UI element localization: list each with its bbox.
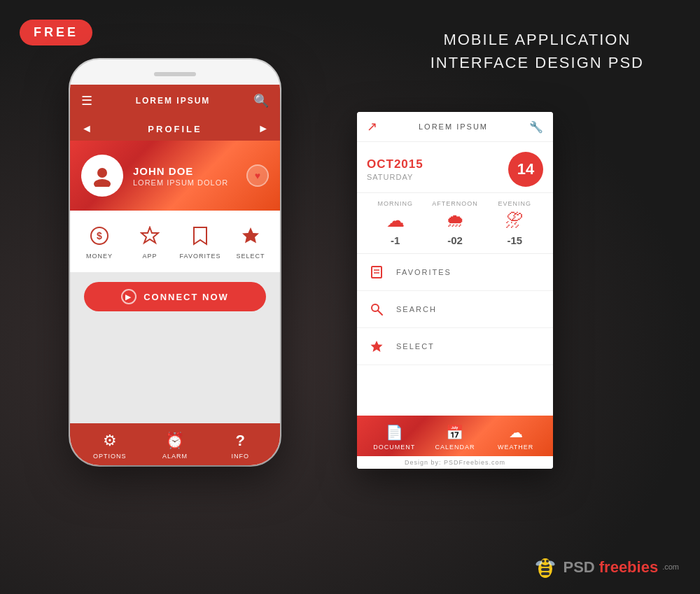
svg-line-18: [378, 311, 382, 315]
phone1-shell: ☰ LOREM IPSUM 🔍 ◄ PROFILE ► JO: [70, 59, 280, 465]
user-icon: [91, 164, 113, 187]
evening-label: EVENING: [498, 200, 532, 207]
phone1-menu-grid: $ MONEY APP FAVORITES: [70, 211, 280, 272]
day-number-circle: 14: [508, 152, 543, 187]
phone2-weather: MORNING ☁ -1 AFTERNOON 🌧 -02 EVENING ⛈ -…: [357, 192, 553, 254]
p2-favorites-icon: [367, 262, 386, 282]
design-by: Design by: PSDFreebies.com: [357, 456, 553, 469]
play-icon: ▶: [121, 289, 136, 304]
day-number: 14: [517, 160, 534, 178]
menu-label-select: SELECT: [236, 253, 265, 260]
phone1-bottom-nav: ⚙ OPTIONS ⏰ ALARM ? INFO: [70, 423, 280, 465]
menu-item-money[interactable]: $ MONEY: [77, 223, 122, 260]
svg-rect-3: [541, 572, 550, 575]
weather-icon: ☁: [509, 424, 523, 441]
p2-bottom-weather[interactable]: ☁ WEATHER: [485, 424, 546, 451]
menu-item-select[interactable]: SELECT: [228, 223, 273, 260]
menu-item-app[interactable]: APP: [127, 223, 172, 260]
phone1-nav-title: LOREM IPSUM: [136, 96, 211, 106]
connect-now-button[interactable]: ▶ CONNECT NOW: [84, 282, 266, 311]
psd-logo: PSDfreebies.com: [531, 553, 679, 581]
search-icon[interactable]: 🔍: [253, 93, 269, 108]
morning-temp: -1: [391, 234, 400, 246]
menu-item-favorites[interactable]: FAVORITES: [178, 223, 223, 260]
phone2-top-bar: ↗ LOREM IPSUM 🔧: [357, 112, 553, 142]
morning-label: MORNING: [377, 200, 413, 207]
menu-label-favorites: FAVORITES: [180, 253, 221, 260]
page-title: MOBILE APPLICATION INTERFACE DESIGN PSD: [430, 28, 644, 74]
phone1-profile-bar: ◄ PROFILE ►: [70, 117, 280, 141]
bottom-item-alarm[interactable]: ⏰ ALARM: [142, 432, 207, 460]
info-label: INFO: [232, 453, 250, 460]
page-title-line2: INTERFACE DESIGN PSD: [430, 51, 644, 74]
p2-menu-select[interactable]: SELECT: [357, 328, 553, 365]
spacer: [70, 321, 280, 423]
phone2-menu-list: FAVORITES SEARCH SELECT: [357, 254, 553, 416]
select-icon: [238, 223, 263, 248]
phone2-date-left: OCT2015 SATURDAY: [367, 157, 424, 181]
weather-evening: EVENING ⛈ -15: [486, 200, 543, 246]
document-label: DOCUMENT: [373, 444, 415, 451]
dotcom-text: .com: [662, 563, 679, 571]
calendar-label: CALENDAR: [435, 444, 475, 451]
app-icon: [137, 223, 162, 248]
p2-favorites-label: FAVORITES: [396, 268, 451, 276]
weather-label: WEATHER: [498, 444, 533, 451]
p2-menu-search[interactable]: SEARCH: [357, 291, 553, 328]
svg-point-7: [542, 560, 545, 563]
phone1-connect-section: ▶ CONNECT NOW: [70, 272, 280, 321]
afternoon-temp: -02: [447, 234, 463, 246]
alarm-label: ALARM: [162, 453, 188, 460]
afternoon-icon: 🌧: [446, 210, 464, 232]
phone1-speaker: [154, 72, 196, 76]
day-name: SATURDAY: [367, 173, 424, 181]
weather-morning: MORNING ☁ -1: [367, 200, 424, 246]
info-icon: ?: [236, 432, 245, 450]
profile-name: JOHN DOE: [133, 165, 228, 177]
phone2-date-section: OCT2015 SATURDAY 14: [357, 142, 553, 192]
p2-select-icon: [367, 337, 386, 356]
weather-afternoon: AFTERNOON 🌧 -02: [426, 200, 483, 246]
p2-select-label: SELECT: [396, 342, 435, 351]
back-arrow-icon[interactable]: ◄: [81, 122, 92, 135]
bottom-item-options[interactable]: ⚙ OPTIONS: [77, 432, 142, 460]
bee-icon: [531, 553, 559, 581]
p2-menu-favorites[interactable]: FAVORITES: [357, 254, 553, 291]
phone1-container: ☰ LOREM IPSUM 🔍 ◄ PROFILE ► JO: [70, 59, 280, 465]
profile-info: JOHN DOE LOREM IPSUM DOLOR: [133, 165, 228, 187]
afternoon-label: AFTERNOON: [432, 200, 478, 207]
calendar-icon: 📅: [446, 424, 463, 441]
evening-icon: ⛈: [505, 210, 524, 232]
month-year: OCT2015: [367, 157, 424, 171]
hamburger-icon[interactable]: ☰: [81, 93, 92, 108]
phone2-bottom-nav: 📄 DOCUMENT 📅 CALENDAR ☁ WEATHER: [357, 416, 553, 456]
svg-marker-19: [371, 341, 383, 352]
profile-bar-title: PROFILE: [148, 124, 202, 134]
p2-bottom-calendar[interactable]: 📅 CALENDAR: [425, 424, 486, 451]
p2-search-label: SEARCH: [396, 305, 437, 313]
wrench-icon[interactable]: 🔧: [529, 120, 543, 134]
psd-text: PSD: [564, 558, 595, 577]
svg-rect-2: [541, 568, 550, 571]
profile-subtitle: LOREM IPSUM DOLOR: [133, 178, 228, 187]
svg-rect-14: [372, 267, 382, 278]
free-badge: FREE: [20, 20, 92, 45]
forward-arrow-icon[interactable]: ►: [258, 122, 269, 135]
svg-point-10: [94, 179, 111, 187]
evening-temp: -15: [507, 234, 522, 246]
svg-point-9: [97, 168, 107, 178]
bottom-item-info[interactable]: ? INFO: [208, 432, 273, 460]
document-icon: 📄: [386, 424, 403, 441]
menu-label-money: MONEY: [86, 253, 113, 260]
share-icon[interactable]: ↗: [367, 119, 377, 134]
morning-icon: ☁: [386, 210, 405, 232]
menu-label-app: APP: [142, 253, 157, 260]
phone2-nav-title: LOREM IPSUM: [419, 122, 488, 131]
p2-bottom-document[interactable]: 📄 DOCUMENT: [364, 424, 425, 451]
phone1-top-nav: ☰ LOREM IPSUM 🔍: [70, 85, 280, 117]
svg-point-8: [546, 560, 549, 563]
heart-button[interactable]: ♥: [246, 164, 269, 187]
favorites-icon: [188, 223, 213, 248]
alarm-icon: ⏰: [165, 432, 184, 450]
svg-text:$: $: [97, 230, 102, 241]
